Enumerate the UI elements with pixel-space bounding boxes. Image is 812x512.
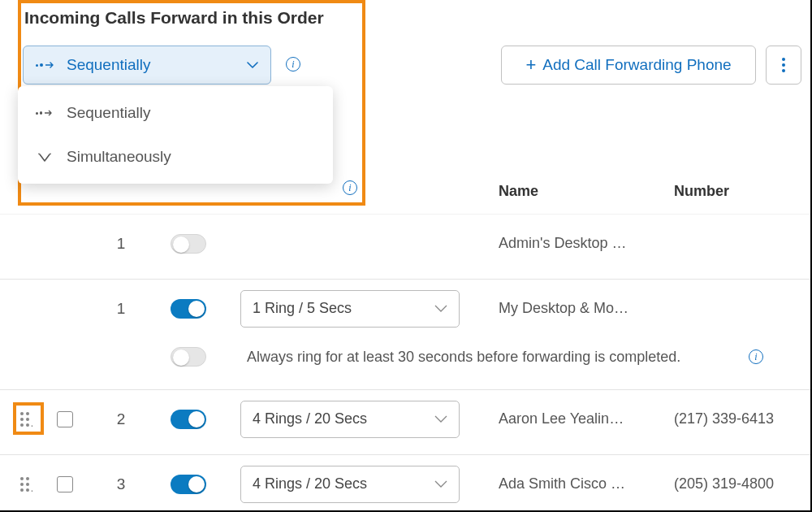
ring-for-select[interactable]: 4 Rings / 20 Secs	[240, 466, 460, 503]
add-call-forwarding-button[interactable]: + Add Call Forwarding Phone	[501, 46, 756, 85]
more-vertical-icon	[782, 58, 785, 72]
active-toggle[interactable]	[171, 475, 206, 494]
col-number: Number	[674, 183, 729, 200]
row-name: Ada Smith Cisco …	[499, 475, 661, 492]
dropdown-option-sequentially[interactable]: Sequentially	[18, 91, 333, 135]
chevron-down-icon	[434, 480, 447, 488]
dropdown-option-simultaneously[interactable]: Simultaneously	[18, 135, 333, 179]
drag-handle-icon[interactable]: .	[20, 412, 29, 427]
active-toggle[interactable]	[171, 234, 206, 254]
forward-mode-dropdown: Sequentially Simultaneously	[18, 86, 333, 184]
row-checkbox[interactable]	[57, 476, 73, 492]
plus-icon: +	[525, 54, 536, 76]
dropdown-option-label: Sequentially	[67, 104, 151, 122]
row-checkbox[interactable]	[57, 411, 73, 427]
row-name: My Desktop & Mo…	[499, 300, 661, 317]
order-value: 3	[81, 475, 161, 493]
row-number: (217) 339-6413	[674, 410, 774, 427]
row-number: (205) 319-4800	[674, 475, 774, 492]
sequential-icon	[36, 109, 54, 117]
row-name: Aaron Lee Yealin…	[499, 410, 661, 427]
col-name: Name	[499, 183, 538, 200]
sequential-icon	[36, 61, 55, 69]
table-row: . 2 4 Rings / 20 Secs Aaron Lee Yealin… …	[0, 389, 810, 448]
info-icon[interactable]: i	[286, 57, 300, 72]
chevron-down-icon	[434, 305, 447, 313]
chevron-down-icon	[434, 415, 447, 423]
dropdown-option-label: Simultaneously	[67, 148, 171, 166]
ring-for-select[interactable]: 4 Rings / 20 Secs	[240, 401, 460, 438]
more-actions-button[interactable]	[766, 46, 801, 85]
always-ring-note: Always ring for at least 30 seconds befo…	[247, 349, 680, 366]
active-toggle[interactable]	[171, 410, 206, 429]
table-row: 1 1 Ring / 5 Secs My Desktop & Mo…	[0, 279, 810, 337]
chevron-down-icon	[247, 62, 258, 68]
ring-for-value: 4 Rings / 20 Secs	[253, 410, 367, 427]
ring-for-value: 4 Rings / 20 Secs	[253, 475, 367, 492]
add-button-label: Add Call Forwarding Phone	[542, 56, 731, 74]
section-title: Incoming Calls Forward in this Order	[24, 8, 324, 28]
row-name: Admin's Desktop …	[499, 235, 661, 252]
forward-mode-label: Sequentially	[67, 56, 151, 74]
table-row: 1 Admin's Desktop …	[0, 214, 810, 272]
info-icon[interactable]: i	[343, 180, 357, 195]
info-icon[interactable]: i	[749, 349, 763, 364]
always-ring-note-row: Always ring for at least 30 seconds befo…	[0, 337, 810, 376]
drag-handle-icon[interactable]: .	[20, 477, 29, 492]
order-value: 1	[81, 235, 161, 253]
order-value: 1	[81, 300, 161, 318]
forward-mode-select[interactable]: Sequentially	[23, 46, 271, 85]
simultaneous-icon	[36, 151, 54, 163]
table-row: . 3 4 Rings / 20 Secs Ada Smith Cisco … …	[0, 454, 810, 512]
active-toggle[interactable]	[171, 299, 206, 319]
order-value: 2	[81, 410, 161, 428]
always-ring-toggle[interactable]	[171, 347, 206, 367]
ring-for-value: 1 Ring / 5 Secs	[253, 300, 352, 317]
ring-for-select[interactable]: 1 Ring / 5 Secs	[240, 290, 460, 328]
